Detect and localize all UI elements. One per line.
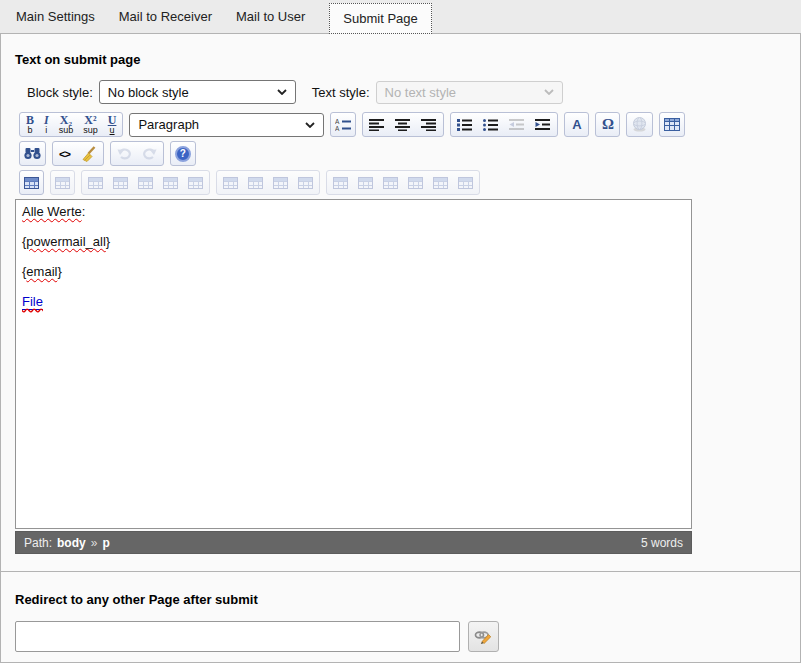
tab-bar: Main Settings Mail to Receiver Mail to U…	[0, 0, 801, 34]
ordered-list-icon	[457, 118, 473, 131]
rte-toolbar-row-1: B b I i X₂ sub X² sup U u	[19, 112, 786, 137]
cell-properties-icon	[333, 177, 348, 189]
merge-cells-icon	[433, 177, 448, 189]
paragraph-format-value: Paragraph	[138, 117, 199, 132]
align-right-icon	[421, 118, 437, 131]
insert-column-after-button	[243, 171, 268, 194]
merge-cells-button	[428, 171, 453, 194]
table-properties-icon	[55, 177, 70, 189]
help-button[interactable]: ?	[170, 141, 196, 166]
tab-main-settings[interactable]: Main Settings	[16, 9, 95, 24]
source-code-icon: <>	[59, 148, 70, 160]
subscript-button[interactable]: X₂ sub	[54, 113, 79, 136]
delete-row-icon	[163, 177, 178, 189]
view-source-button[interactable]: <>	[54, 142, 75, 165]
submit-page-panel: Text on submit page Block style: No bloc…	[0, 34, 801, 663]
block-style-value: No block style	[108, 85, 189, 100]
redirect-heading: Redirect to any other Page after submit	[15, 592, 786, 607]
list-indent-group	[450, 112, 558, 137]
delete-cell-icon	[408, 177, 423, 189]
insert-table-button[interactable]	[659, 112, 685, 137]
ordered-list-button[interactable]	[452, 113, 478, 136]
binoculars-icon	[24, 147, 41, 160]
align-center-icon	[395, 118, 411, 131]
indent-button[interactable]	[530, 113, 556, 136]
table-icon	[664, 118, 680, 131]
split-cell-button	[453, 171, 478, 194]
italic-button[interactable]: I i	[39, 113, 54, 136]
split-cell-icon	[458, 177, 473, 189]
insert-cell-after-icon	[383, 177, 398, 189]
bold-button[interactable]: B b	[21, 113, 39, 136]
rte-status-bar: Path: body » p 5 words	[15, 531, 692, 554]
toggle-table-borders-button[interactable]	[19, 170, 44, 195]
paragraph-format-select[interactable]: Paragraph	[129, 113, 324, 137]
chevron-down-icon	[544, 89, 554, 95]
cell-operations-group	[326, 170, 480, 195]
word-count: 5 words	[641, 536, 683, 550]
tab-mail-to-user[interactable]: Mail to User	[236, 9, 305, 24]
path-item-body[interactable]: body	[57, 536, 86, 550]
alignment-group	[362, 112, 444, 137]
insert-cell-after-button	[378, 171, 403, 194]
rte-toolbar-row-3	[19, 170, 786, 195]
paragraph-styles-icon: A A	[335, 118, 351, 132]
acronym-icon: A	[572, 117, 581, 132]
insert-cell-before-icon	[358, 177, 373, 189]
outdent-button	[504, 113, 530, 136]
underline-button[interactable]: U u	[103, 113, 122, 136]
split-row-button	[183, 171, 208, 194]
editor-file-link[interactable]: File	[22, 294, 43, 310]
row-properties-icon	[88, 177, 103, 189]
text-style-label: Text style:	[312, 85, 370, 100]
insert-column-before-icon	[223, 177, 238, 189]
path-item-p[interactable]: p	[102, 536, 109, 550]
insert-row-before-button	[108, 171, 133, 194]
svg-text:A: A	[335, 118, 340, 125]
bullet-list-button[interactable]	[478, 113, 504, 136]
editor-paragraph: {email}	[22, 264, 685, 280]
block-style-select[interactable]: No block style	[99, 80, 296, 104]
insert-cell-before-button	[353, 171, 378, 194]
insert-row-before-icon	[113, 177, 128, 189]
block-style-label: Block style:	[27, 85, 93, 100]
broom-icon	[80, 146, 97, 162]
row-properties-button	[83, 171, 108, 194]
insert-column-before-button	[218, 171, 243, 194]
editor-paragraph: {powermail_all}	[22, 234, 685, 250]
text-style-value: No text style	[385, 85, 457, 100]
inline-format-group: B b I i X₂ sub X² sup U u	[19, 112, 123, 137]
table-borders-icon	[24, 177, 39, 189]
align-left-icon	[369, 118, 385, 131]
indent-icon	[535, 118, 551, 131]
column-properties-icon	[298, 177, 313, 189]
bullet-list-icon	[483, 118, 499, 131]
svg-text:A: A	[335, 125, 340, 132]
editor-paragraph: File	[22, 294, 685, 310]
delete-cell-button	[403, 171, 428, 194]
editor-paragraph: Alle Werte:	[22, 204, 685, 220]
redirect-section: Redirect to any other Page after submit	[15, 572, 786, 652]
delete-column-icon	[273, 177, 288, 189]
text-style-select: No text style	[376, 81, 563, 104]
align-left-button[interactable]	[364, 113, 390, 136]
acronym-button[interactable]: A	[564, 112, 589, 137]
insert-link-button	[626, 112, 653, 137]
cleanup-button[interactable]	[75, 142, 102, 165]
special-character-button[interactable]: Ω	[595, 112, 620, 137]
link-wizard-button[interactable]	[468, 621, 499, 652]
redirect-page-input[interactable]	[15, 621, 460, 652]
tab-submit-page[interactable]: Submit Page	[329, 3, 431, 34]
rte-editor[interactable]: Alle Werte: {powermail_all} {email} File	[15, 199, 692, 529]
find-replace-button[interactable]	[19, 141, 46, 166]
align-center-button[interactable]	[390, 113, 416, 136]
delete-row-button	[158, 171, 183, 194]
insert-column-after-icon	[248, 177, 263, 189]
redo-button	[137, 142, 162, 165]
redo-icon	[142, 147, 157, 160]
superscript-button[interactable]: X² sup	[78, 113, 103, 136]
rte-toolbar-row-2: <>	[19, 141, 786, 166]
align-right-button[interactable]	[416, 113, 442, 136]
block-styles-button[interactable]: A A	[330, 112, 356, 137]
tab-mail-to-receiver[interactable]: Mail to Receiver	[119, 9, 212, 24]
